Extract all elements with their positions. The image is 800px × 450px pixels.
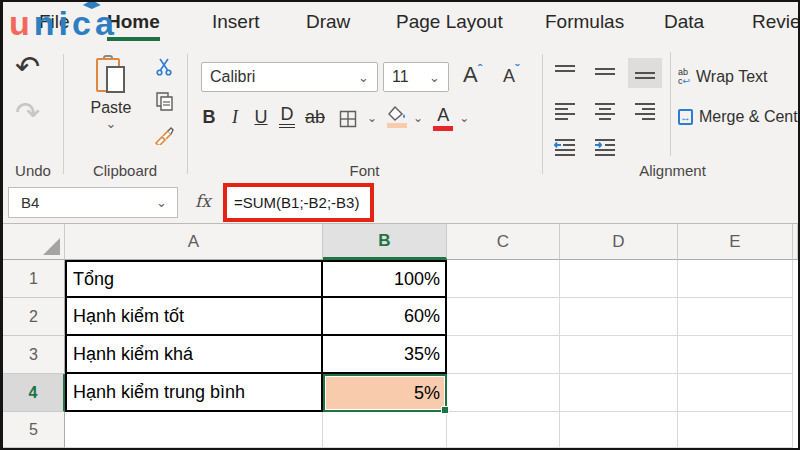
tab-insert[interactable]: Insert [212,11,260,33]
font-group: Calibri ⌄ 11 ⌄ Aˆ Aˇ B I U D ab [187,46,542,182]
align-center-icon[interactable] [588,96,622,126]
decrease-font-size-button[interactable]: Aˇ [503,62,519,88]
group-divider [670,52,671,156]
wrap-text-button[interactable]: ab c↩ Wrap Text [678,68,800,86]
fill-color-button[interactable] [387,104,407,128]
sheet-row-2: 2 Hạnh kiểm tốt 60% [3,298,798,336]
cell-e1[interactable] [678,260,793,298]
name-box[interactable]: B4 ⌄ [8,187,178,218]
tab-page-layout[interactable]: Page Layout [396,11,503,33]
strikethrough-button[interactable]: ab [305,104,325,130]
paste-button[interactable]: Paste ⌄ [79,56,143,130]
fill-handle[interactable] [441,406,449,414]
sheet-row-5: 5 [3,412,798,448]
cell-e5[interactable] [678,412,793,448]
chevron-down-icon[interactable]: ⌄ [429,71,440,84]
font-name-select[interactable]: Calibri ⌄ [201,62,378,92]
increase-indent-icon[interactable] [588,132,622,162]
row-header-1[interactable]: 1 [3,260,65,298]
cell-b1[interactable]: 100% [323,260,447,298]
cell-b2[interactable]: 60% [323,298,447,336]
cell-c5[interactable] [447,412,560,448]
tab-data[interactable]: Data [664,11,704,33]
cell-f4[interactable] [793,374,798,412]
tab-formulas[interactable]: Formulas [545,11,624,33]
align-bottom-icon[interactable] [628,58,662,88]
cell-f1[interactable] [793,260,798,298]
font-size-select[interactable]: 11 ⌄ [383,62,449,92]
caret-up-icon: ˆ [478,62,482,77]
tab-draw[interactable]: Draw [306,11,350,33]
chevron-down-icon[interactable]: ⌄ [459,111,469,125]
row-header-4-selected[interactable]: 4 [3,374,65,412]
cell-d3[interactable] [560,336,678,374]
cell-a1[interactable]: Tổng [65,260,323,298]
row-header-3[interactable]: 3 [3,336,65,374]
cell-d1[interactable] [560,260,678,298]
tab-review[interactable]: Review [752,11,800,33]
cell-b4-selected[interactable]: 5% [323,374,447,412]
paste-dropdown-chevron-icon[interactable]: ⌄ [79,117,143,130]
cell-f2[interactable] [793,298,798,336]
column-header-b-selected[interactable]: B [323,224,447,260]
cell-a5[interactable] [65,412,323,448]
excel-window: u nica File Home Insert Draw Page Layout… [0,0,800,450]
italic-button[interactable]: I [227,104,243,130]
column-header-row: A B C D E [3,224,798,260]
column-header-partial[interactable] [793,224,798,260]
align-right-icon[interactable] [628,96,662,126]
cell-a3[interactable]: Hạnh kiểm khá [65,336,323,374]
cut-icon[interactable] [151,54,177,80]
cell-b5[interactable] [323,412,447,448]
row-header-5[interactable]: 5 [3,412,65,448]
align-middle-icon[interactable] [588,58,622,88]
sheet-row-4: 4 Hạnh kiểm trung bình 5% [3,374,798,412]
increase-font-size-button[interactable]: Aˆ [463,62,482,88]
cell-b3[interactable]: 35% [323,336,447,374]
select-all-corner[interactable] [3,224,65,260]
underline-button[interactable]: U [253,104,269,130]
alignment-group: ab c↩ Wrap Text ↔ Merge & Cente Alignmen… [542,46,800,182]
bold-button[interactable]: B [201,104,217,130]
cell-c4[interactable] [447,374,560,412]
align-left-icon[interactable] [548,96,582,126]
column-header-d[interactable]: D [560,224,678,260]
cell-a4[interactable]: Hạnh kiểm trung bình [65,374,323,412]
chevron-down-icon[interactable]: ⌄ [358,71,369,84]
decrease-indent-icon[interactable] [548,132,582,162]
format-painter-icon[interactable] [151,122,177,148]
column-header-c[interactable]: C [447,224,560,260]
chevron-down-icon[interactable]: ⌄ [413,111,423,125]
undo-icon[interactable]: ↶ [15,52,40,82]
column-header-a[interactable]: A [65,224,323,260]
column-header-e[interactable]: E [678,224,793,260]
cell-d5[interactable] [560,412,678,448]
cell-d4[interactable] [560,374,678,412]
formula-bar: B4 ⌄ fx =SUM(B1;-B2;-B3) [3,182,798,224]
cell-c1[interactable] [447,260,560,298]
cell-f3[interactable] [793,336,798,374]
ribbon-tab-bar: u nica File Home Insert Draw Page Layout… [3,2,798,46]
borders-icon[interactable] [335,106,361,132]
cell-c2[interactable] [447,298,560,336]
row-header-2[interactable]: 2 [3,298,65,336]
copy-icon[interactable] [151,88,177,114]
font-color-button[interactable]: A [433,104,453,131]
formula-input[interactable]: =SUM(B1;-B2;-B3) [223,183,374,222]
caret-down-icon: ˇ [515,62,519,77]
cell-e2[interactable] [678,298,793,336]
align-top-icon[interactable] [548,58,582,88]
redo-icon[interactable]: ↷ [15,98,40,128]
cell-e4[interactable] [678,374,793,412]
chevron-down-icon[interactable]: ⌄ [367,111,377,125]
cell-a2[interactable]: Hạnh kiểm tốt [65,298,323,336]
chevron-down-icon[interactable]: ⌄ [156,196,167,209]
merge-center-button[interactable]: ↔ Merge & Cente [678,108,800,126]
logo-letter-u: u [9,4,34,43]
paste-clipboard-icon [96,56,126,96]
cell-e3[interactable] [678,336,793,374]
cell-f5[interactable] [793,412,798,448]
cell-d2[interactable] [560,298,678,336]
double-underline-button[interactable]: D [279,104,295,128]
cell-c3[interactable] [447,336,560,374]
